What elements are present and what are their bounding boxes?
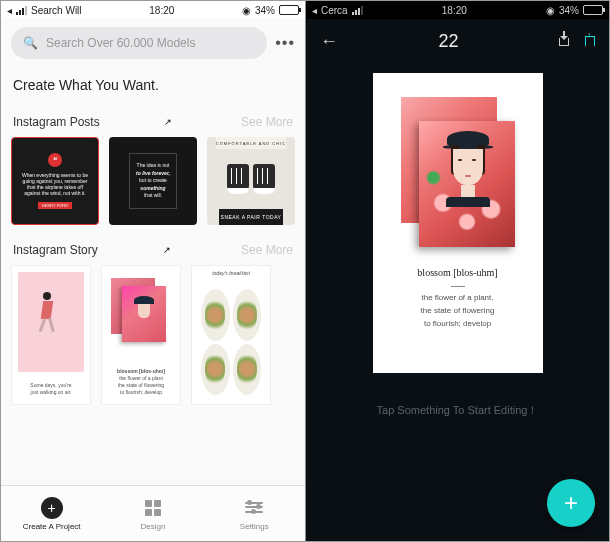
posts-carousel[interactable]: ❝ When everything seems to be going agai…: [1, 137, 305, 239]
poster-illustration: [108, 272, 174, 358]
status-bar: ◂ Search Will 18:20 ◉ 34%: [1, 1, 305, 19]
plus-circle-icon: +: [41, 497, 63, 519]
status-bar: ◂ Cerca 18:20 ◉ 34%: [306, 1, 609, 19]
card-cap-title: blossom [blos-uhm]: [106, 368, 176, 375]
share-button[interactable]: [585, 33, 595, 49]
food-illustration: [198, 286, 264, 398]
card-bottom-label: SNEAK A PAIR TODAY: [219, 209, 284, 225]
download-button[interactable]: [559, 33, 569, 49]
battery-icon-glyph: ◉: [242, 5, 251, 16]
tab-label: Settings: [240, 522, 269, 531]
battery-icon-glyph: ◉: [546, 5, 555, 16]
card-line: to live forever,: [136, 170, 170, 176]
back-glyph: ◂: [312, 5, 317, 16]
search-icon: 🔍: [23, 36, 38, 50]
download-icon: [559, 38, 569, 46]
card-cap: to flourish; develop: [106, 389, 176, 396]
carrier-label: Search Will: [31, 5, 82, 16]
tab-bar: + Create A Project Design Settings: [1, 485, 305, 541]
section-title-posts: Instagram Posts: [13, 115, 100, 129]
share-icon: [585, 36, 595, 46]
card-cap: the state of flowering: [106, 382, 176, 389]
card-cap: the flower of a plant: [106, 375, 176, 382]
card-top-label: COMFORTABLE AND CHIC: [216, 137, 286, 149]
card-head: today's breakfast: [192, 266, 270, 280]
shoe-illustration: [253, 164, 275, 194]
card-cap: Some days, you're: [16, 382, 86, 389]
plus-icon: +: [564, 489, 578, 517]
story-carousel[interactable]: Some days, you're just walking on air. b…: [1, 265, 305, 419]
template-card[interactable]: blossom [blos-uhm] the flower of a plant…: [101, 265, 181, 405]
more-button[interactable]: •••: [275, 34, 295, 52]
signal-icon: [16, 6, 27, 15]
template-card[interactable]: The idea is not to live forever, but to …: [109, 137, 197, 225]
card-line: The idea is not: [136, 162, 170, 170]
template-card[interactable]: today's breakfast: [191, 265, 271, 405]
page-headline: Create What You Want.: [1, 67, 305, 111]
carrier-label: Cerca: [321, 5, 348, 16]
caption-line: the flower of a plant.: [417, 292, 497, 305]
card-cap: just walking on air.: [16, 389, 86, 396]
card-tag: HENRY FORD: [38, 202, 72, 209]
signal-icon: [352, 6, 363, 15]
search-placeholder: Search Over 60.000 Models: [46, 36, 195, 50]
card-line: that will.: [136, 192, 170, 200]
page-count: 22: [438, 31, 458, 52]
back-glyph: ◂: [7, 5, 12, 16]
card-line: but to create: [136, 177, 170, 185]
clock: 18:20: [442, 5, 467, 16]
poster-caption[interactable]: blossom [blos-uhm] the flower of a plant…: [417, 265, 497, 330]
search-input[interactable]: 🔍 Search Over 60.000 Models: [11, 27, 267, 59]
tab-label: Design: [141, 522, 166, 531]
card-line: something: [140, 185, 165, 191]
editor-canvas[interactable]: blossom [blos-uhm] the flower of a plant…: [373, 73, 543, 373]
tab-settings[interactable]: Settings: [204, 486, 305, 541]
add-fab-button[interactable]: +: [547, 479, 595, 527]
battery-icon: [279, 5, 299, 15]
see-more-posts[interactable]: See More: [241, 115, 293, 129]
quote-icon: ❝: [48, 153, 62, 167]
battery-percent: 34%: [559, 5, 579, 16]
tab-create-project[interactable]: + Create A Project: [1, 486, 102, 541]
caption-line: to flourish; develop: [417, 318, 497, 331]
sliders-icon: [245, 501, 263, 515]
battery-icon: [583, 5, 603, 15]
see-more-story[interactable]: See More: [241, 243, 293, 257]
poster-artwork[interactable]: [401, 97, 515, 247]
grid-icon: [145, 500, 161, 516]
clock: 18:20: [149, 5, 174, 16]
tab-design[interactable]: Design: [102, 486, 203, 541]
editor-hint-text: Tap Something To Start Editing！: [306, 403, 609, 418]
section-title-story: Instagram Story: [13, 243, 98, 257]
divider: [451, 286, 465, 287]
caption-line: the state of flowering: [417, 305, 497, 318]
template-card[interactable]: Some days, you're just walking on air.: [11, 265, 91, 405]
template-card[interactable]: COMFORTABLE AND CHIC SNEAK A PAIR TODAY: [207, 137, 295, 225]
person-illustration: [38, 292, 56, 332]
tab-label: Create A Project: [23, 522, 81, 531]
caption-title: blossom [blos-uhm]: [417, 265, 497, 281]
browse-screen: ◂ Search Will 18:20 ◉ 34% 🔍 Search Over …: [1, 1, 306, 541]
battery-percent: 34%: [255, 5, 275, 16]
editor-screen: ◂ Cerca 18:20 ◉ 34% ← 22: [306, 1, 609, 541]
template-card[interactable]: ❝ When everything seems to be going agai…: [11, 137, 99, 225]
shoe-illustration: [227, 164, 249, 194]
model-illustration: [443, 131, 493, 201]
back-button[interactable]: ←: [320, 31, 338, 52]
card-text: When everything seems to be going agains…: [20, 172, 90, 196]
